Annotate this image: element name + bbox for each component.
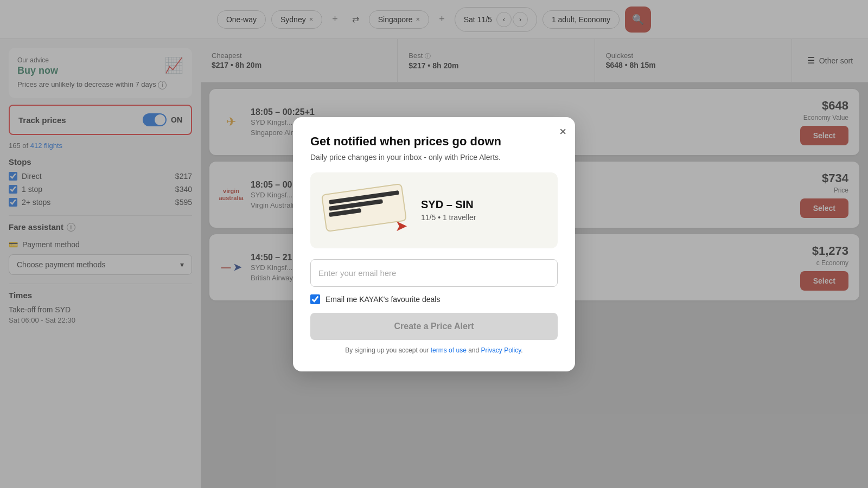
create-price-alert-button[interactable]: Create a Price Alert bbox=[310, 313, 558, 340]
kayak-deals-label: Email me KAYAK's favourite deals bbox=[326, 295, 440, 304]
email-input[interactable] bbox=[310, 259, 558, 287]
modal-subtitle: Daily price changes in your inbox - only… bbox=[310, 153, 558, 162]
modal-ticket-card: ➤ SYD – SIN 11/5 • 1 traveller bbox=[310, 172, 558, 248]
modal-overlay: × Get notified when prices go down Daily… bbox=[0, 0, 868, 488]
modal-close-button[interactable]: × bbox=[559, 126, 566, 138]
terms-of-use-link[interactable]: terms of use bbox=[431, 346, 467, 354]
ticket-route: SYD – SIN bbox=[421, 198, 476, 211]
ticket-arrow-icon: ➤ bbox=[395, 217, 407, 235]
kayak-deals-checkbox[interactable] bbox=[310, 294, 320, 304]
ticket-illustration: ➤ bbox=[323, 183, 410, 237]
modal-terms: By signing up you accept our terms of us… bbox=[310, 346, 558, 354]
price-alert-modal: × Get notified when prices go down Daily… bbox=[293, 117, 575, 371]
privacy-policy-link[interactable]: Privacy Policy bbox=[481, 346, 521, 354]
ticket-meta: 11/5 • 1 traveller bbox=[421, 213, 476, 222]
ticket-details: SYD – SIN 11/5 • 1 traveller bbox=[421, 198, 476, 222]
modal-title: Get notified when prices go down bbox=[310, 134, 558, 149]
modal-checkbox-row: Email me KAYAK's favourite deals bbox=[310, 294, 558, 304]
